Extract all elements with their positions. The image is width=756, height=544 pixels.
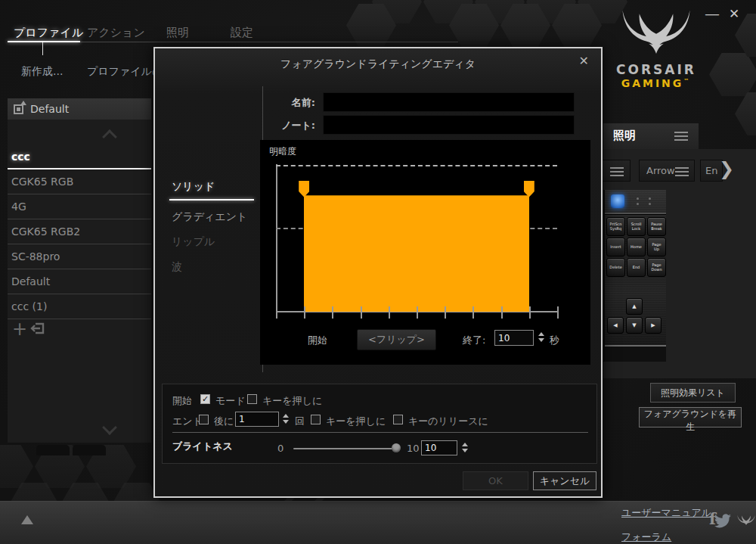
expand-panel-chevron-icon[interactable]: ❯ xyxy=(719,160,734,178)
tab-settings[interactable]: 設定 xyxy=(231,26,253,40)
device-chip-icon xyxy=(14,104,23,114)
end-on-keypress-label: キーを押しに xyxy=(326,415,386,428)
corsair-footer-icon[interactable] xyxy=(736,514,756,527)
keyboard-preview: PrtScn SysRq Scroll Lock Pause Break Ins… xyxy=(603,190,666,362)
brightness-label: ブライトネス xyxy=(172,440,233,453)
key-arrow-left[interactable]: ◀ xyxy=(607,317,624,334)
brand-trademark: ™ xyxy=(683,78,691,84)
foreground-lighting-editor-dialog: フォアグラウンドライティングエディタ ✕ ソリッド グラディエント リップル 波… xyxy=(153,47,603,498)
chart-x-tick xyxy=(389,306,390,319)
chart-plot[interactable] xyxy=(276,166,557,312)
key-page-up[interactable]: Page Up xyxy=(647,238,666,256)
import-icon xyxy=(30,322,45,335)
timeline-start-label: 開始 xyxy=(308,334,327,347)
tab-actions[interactable]: アクション xyxy=(87,26,145,40)
app-window: — ✕ プロファイル アクション 照明 設定 新作成... プロファイルの CO… xyxy=(0,0,756,544)
profile-item[interactable]: SC-88pro xyxy=(8,245,151,269)
playback-options-panel: 開始 ✓ モード キーを押しに エンド 後に 回 キーを押しに キーのリリースに… xyxy=(162,384,597,464)
new-profile-link[interactable]: 新作成... xyxy=(21,65,63,79)
key-page-down[interactable]: Page Down xyxy=(647,258,666,277)
chart-x-tick xyxy=(529,306,531,319)
key-pause[interactable]: Pause Break xyxy=(647,217,666,236)
lighting-panel-tab[interactable]: 照明 xyxy=(603,123,699,149)
indicator-led xyxy=(649,197,651,200)
chart-area[interactable] xyxy=(304,195,529,312)
start-on-keypress-checkbox[interactable] xyxy=(247,394,257,404)
add-profile-button[interactable]: + xyxy=(12,320,27,338)
repeat-count-stepper[interactable] xyxy=(283,414,289,424)
key-delete[interactable]: Delete xyxy=(606,258,625,277)
keyboard-logo-key xyxy=(611,194,624,208)
profile-item[interactable]: CGK65 RGB2 xyxy=(8,220,151,244)
end-time-input[interactable] xyxy=(494,330,534,346)
cancel-button[interactable]: キャンセル xyxy=(533,471,596,490)
chart-x-tick xyxy=(472,306,474,319)
mode-tab-ripple[interactable]: リップル xyxy=(172,235,215,249)
brightness-stepper[interactable] xyxy=(462,443,468,452)
mode-checkbox[interactable]: ✓ xyxy=(200,394,210,404)
indicator-led xyxy=(637,203,639,205)
user-manual-link[interactable]: ユーザーマニュアル xyxy=(621,506,711,520)
timeline-end-label: 終了: xyxy=(463,334,485,347)
brightness-value-input[interactable] xyxy=(421,440,457,455)
profile-item[interactable]: 4G xyxy=(8,195,151,219)
play-foreground-button[interactable]: フォアグラウンドを再生 xyxy=(639,407,742,427)
key-scroll-lock[interactable]: Scroll Lock xyxy=(627,217,646,236)
key-arrow-down[interactable]: ▼ xyxy=(626,317,643,334)
expand-footer-icon[interactable] xyxy=(21,515,33,524)
end-on-keypress-checkbox[interactable] xyxy=(311,415,321,424)
indicator-led xyxy=(637,197,639,200)
flip-button[interactable]: <フリップ> xyxy=(357,329,436,350)
indicator-led xyxy=(649,203,651,205)
device-header[interactable]: Default xyxy=(8,98,151,120)
key-arrow-right[interactable]: ▶ xyxy=(645,317,662,334)
background-key-shape xyxy=(36,445,70,455)
chart-x-tick xyxy=(304,306,305,319)
note-input[interactable] xyxy=(323,115,575,135)
minimize-button[interactable]: — xyxy=(705,6,720,21)
effect-type-dropdown[interactable]: Arrow xyxy=(639,160,695,182)
brightness-slider-track[interactable] xyxy=(293,448,398,449)
mode-tab-wave[interactable]: 波 xyxy=(172,260,182,274)
key-end[interactable]: End xyxy=(627,258,646,277)
import-profile-button[interactable] xyxy=(30,322,45,338)
dialog-close-icon[interactable]: ✕ xyxy=(579,55,589,67)
profile-item[interactable]: Default xyxy=(8,270,151,294)
keyboard-bottom-edge xyxy=(605,347,666,362)
mode-tab-gradient[interactable]: グラディエント xyxy=(172,210,247,224)
corsair-sails-logo-icon xyxy=(617,8,696,58)
key-insert[interactable]: Insert xyxy=(606,238,625,256)
tab-lighting[interactable]: 照明 xyxy=(166,26,189,40)
tab-profile[interactable]: プロファイル xyxy=(14,26,83,40)
key-prtscn[interactable]: PrtScn SysRq xyxy=(606,217,625,236)
lighting-effects-list-button[interactable]: 照明効果リスト xyxy=(650,383,736,403)
close-window-button[interactable]: ✕ xyxy=(729,8,739,20)
end-after-checkbox[interactable] xyxy=(199,415,209,424)
profile-item[interactable]: ccc (1) xyxy=(8,295,151,319)
menu-icon[interactable] xyxy=(674,132,688,141)
forum-link[interactable]: フォーラム xyxy=(621,530,671,544)
end-time-stepper[interactable] xyxy=(538,332,544,342)
mode-tab-solid[interactable]: ソリッド xyxy=(172,180,215,194)
brightness-slider-handle[interactable] xyxy=(392,443,401,452)
name-input[interactable] xyxy=(323,92,575,112)
profile-item[interactable]: ccc xyxy=(8,145,151,169)
ok-button[interactable]: OK xyxy=(463,471,528,490)
chart-x-tick xyxy=(276,306,277,319)
profile-action-link[interactable]: プロファイルの xyxy=(87,65,163,79)
key-arrow-up[interactable]: ▲ xyxy=(626,298,643,315)
repeat-count-input[interactable] xyxy=(235,412,279,427)
key-home[interactable]: Home xyxy=(627,238,646,256)
twitter-icon[interactable] xyxy=(714,514,732,529)
times-label: 回 xyxy=(295,415,305,428)
brand-name: CORSAIR xyxy=(611,62,702,77)
profile-sidebar: Default ccc CGK65 RGB 4G CGK65 RGB2 SC-8… xyxy=(8,98,151,443)
scroll-up-icon[interactable] xyxy=(104,129,116,141)
end-on-release-checkbox[interactable] xyxy=(393,415,403,424)
scroll-down-icon[interactable] xyxy=(104,422,116,434)
profile-item[interactable]: CGK65 RGB xyxy=(8,170,151,194)
keyboard-divider xyxy=(605,213,666,214)
chart-x-tick xyxy=(557,306,559,319)
effect-mode-dropdown[interactable] xyxy=(599,160,631,182)
start-on-keypress-label: キーを押しに xyxy=(262,394,322,408)
